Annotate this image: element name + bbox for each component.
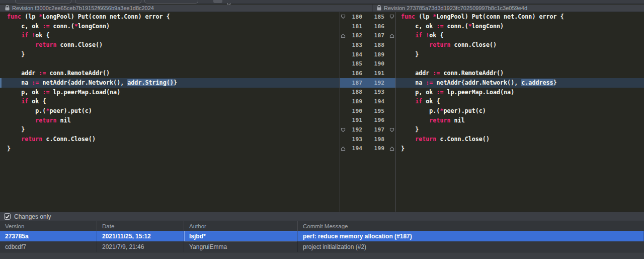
code-line[interactable]: return nil: [396, 116, 644, 125]
line-number-right: 192: [369, 80, 384, 86]
cell-version[interactable]: 273785a: [0, 231, 97, 241]
table-row[interactable]: cdbcdf72021/7/9, 21:46YangruiEmmaproject…: [0, 241, 644, 252]
line-number-right: 191: [369, 70, 384, 77]
cell-message[interactable]: project initialization (#2): [298, 241, 644, 252]
history-rows: 273785a2021/11/25, 15:12lsjbd*perf: redu…: [0, 231, 644, 252]
code-line[interactable]: na := netAddr{addr.Network(), addr.Strin…: [0, 78, 340, 88]
code-line[interactable]: p.(*peer).put(c): [0, 106, 340, 116]
code-line[interactable]: func (lp *LongPool) Put(conn net.Conn) e…: [0, 12, 340, 22]
cell-author[interactable]: YangruiEmma: [184, 241, 298, 252]
diff-viewer-window: Revision f3000c2ee65ceb7b19152f6656b9a3e…: [0, 0, 644, 259]
cell-message[interactable]: perf: reduce memory allocation (#187): [298, 231, 644, 241]
cell-version[interactable]: cdbcdf7: [0, 241, 97, 252]
code-line[interactable]: if !ok {: [0, 31, 340, 40]
fold-spacer: [340, 88, 347, 97]
code-line[interactable]: }: [396, 144, 644, 154]
toolbar-field-2[interactable]: [75, 0, 141, 4]
fold-spacer: [340, 40, 347, 50]
line-number-left: 192: [347, 126, 362, 133]
line-number-left: 190: [347, 108, 362, 114]
code-line[interactable]: if !ok {: [396, 31, 644, 40]
code-line[interactable]: }: [0, 50, 340, 59]
fold-spacer: [384, 40, 395, 50]
table-row[interactable]: 273785a2021/11/25, 15:12lsjbd*perf: redu…: [0, 231, 644, 241]
column-header-author[interactable]: Author: [184, 221, 298, 231]
line-number-right: 185: [369, 14, 384, 20]
fold-end-icon[interactable]: [384, 144, 395, 154]
fold-spacer: [340, 97, 347, 106]
code-line[interactable]: }: [0, 125, 340, 135]
code-line[interactable]: p, ok := lp.peerMap.Load(na): [0, 88, 340, 97]
code-line[interactable]: return c.Conn.Close(): [0, 135, 340, 144]
line-number-left: 191: [347, 117, 362, 123]
fold-spacer: [340, 59, 347, 69]
line-number-right: 194: [369, 98, 384, 105]
line-number-right: 198: [369, 136, 384, 143]
fold-spacer: [340, 116, 347, 125]
code-line[interactable]: return conn.Close(): [396, 40, 644, 50]
fold-spacer: [384, 97, 395, 106]
line-number-right: 187: [369, 32, 384, 39]
fold-spacer: [384, 135, 395, 144]
fold-spacer: [384, 78, 395, 88]
code-line[interactable]: }: [0, 144, 340, 154]
code-line[interactable]: }: [396, 125, 644, 135]
diff-header: Revision f3000c2ee65ceb7b19152f6656b9a3e…: [0, 5, 644, 12]
fold-spacer: [384, 22, 395, 31]
column-header-date[interactable]: Date: [97, 221, 184, 231]
cell-author[interactable]: lsjbd*: [184, 231, 298, 241]
line-number-right: 190: [369, 60, 384, 67]
column-header-message[interactable]: Commit Message: [298, 221, 644, 231]
toolbar-strip: [0, 0, 644, 4]
code-line[interactable]: addr := conn.RemoteAddr(): [396, 69, 644, 78]
line-number-right: 193: [369, 89, 384, 95]
code-line[interactable]: na := netAddr{addr.Network(), c.address}: [396, 78, 644, 88]
fold-spacer: [384, 106, 395, 116]
fold-spacer: [340, 50, 347, 59]
fold-spacer: [340, 22, 347, 31]
code-line[interactable]: return c.Conn.Close(): [396, 135, 644, 144]
toolbar-field-3[interactable]: [144, 0, 198, 4]
code-line[interactable]: p, ok := lp.peerMap.Load(na): [396, 88, 644, 97]
fold-end-icon[interactable]: [340, 144, 347, 154]
line-number-right: 189: [369, 51, 384, 58]
code-line[interactable]: [396, 59, 644, 69]
table-footer: [0, 252, 644, 259]
left-code-pane[interactable]: func (lp *LongPool) Put(conn net.Conn) e…: [0, 12, 340, 212]
code-line[interactable]: addr := conn.RemoteAddr(): [0, 69, 340, 78]
line-number-right: 196: [369, 117, 384, 123]
cell-date[interactable]: 2021/7/9, 21:46: [97, 241, 184, 252]
code-line[interactable]: p.(*peer).put(c): [396, 106, 644, 116]
code-line[interactable]: return nil: [0, 116, 340, 125]
line-number-left: 183: [347, 42, 362, 48]
code-line[interactable]: func (lp *LongPool) Put(conn net.Conn) e…: [396, 12, 644, 22]
line-number-right: 188: [369, 42, 384, 48]
right-code-pane[interactable]: func (lp *LongPool) Put(conn net.Conn) e…: [396, 12, 644, 212]
changes-only-checkbox[interactable]: [4, 213, 11, 220]
gutter-row: 186191: [340, 69, 395, 78]
fold-end-icon[interactable]: [340, 31, 347, 40]
fold-spacer: [340, 135, 347, 144]
cell-date[interactable]: 2021/11/25, 15:12: [97, 231, 184, 241]
toolbar-field-1[interactable]: [15, 0, 71, 4]
code-line[interactable]: if ok {: [396, 97, 644, 106]
code-line[interactable]: if ok {: [0, 97, 340, 106]
code-line[interactable]: c, ok := conn.(*longConn): [396, 22, 644, 31]
fold-start-icon[interactable]: [384, 125, 395, 135]
code-line[interactable]: c, ok := conn.(*longConn): [0, 22, 340, 31]
left-revision-header: Revision f3000c2ee65ceb7b19152f6656b9a3e…: [0, 5, 372, 12]
lock-icon: [5, 5, 10, 12]
code-line[interactable]: [0, 59, 340, 69]
toolbar-button[interactable]: [213, 0, 222, 3]
fold-start-icon[interactable]: [340, 12, 347, 22]
code-line[interactable]: }: [396, 50, 644, 59]
fold-spacer: [384, 50, 395, 59]
fold-end-icon[interactable]: [384, 31, 395, 40]
code-line[interactable]: return conn.Close(): [0, 40, 340, 50]
column-header-version[interactable]: Version: [0, 221, 97, 231]
line-number-right: 186: [369, 23, 384, 30]
fold-start-icon[interactable]: [384, 12, 395, 22]
fold-spacer: [384, 69, 395, 78]
line-number-left: 194: [347, 145, 362, 152]
fold-start-icon[interactable]: [340, 125, 347, 135]
